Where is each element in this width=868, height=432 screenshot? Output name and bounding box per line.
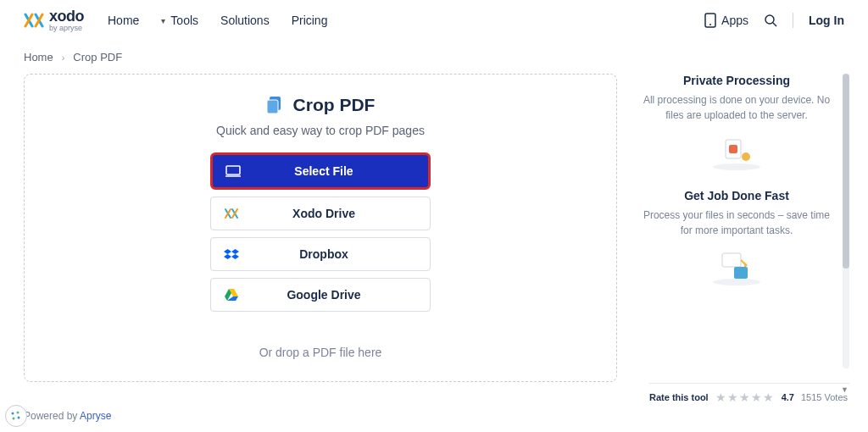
nav-home[interactable]: Home <box>108 14 139 27</box>
svg-point-1 <box>709 24 711 25</box>
svg-point-18 <box>18 417 20 419</box>
search-icon[interactable] <box>764 14 777 27</box>
google-drive-button[interactable]: Google Drive <box>210 278 431 312</box>
info-title: Private Processing <box>637 74 836 87</box>
phone-icon <box>704 13 716 28</box>
dropzone[interactable]: Crop PDF Quick and easy way to crop PDF … <box>24 74 617 382</box>
svg-rect-10 <box>729 145 737 153</box>
chevron-down-icon: ▾ <box>161 16 165 25</box>
svg-line-3 <box>773 23 776 26</box>
crop-pdf-icon <box>266 96 285 114</box>
nav-pricing[interactable]: Pricing <box>292 14 328 27</box>
logo-name: xodo <box>49 8 84 24</box>
info-block-privacy: Private Processing All processing is don… <box>637 74 836 170</box>
nav-tools-label: Tools <box>170 14 198 27</box>
svg-point-8 <box>713 163 760 170</box>
nav-solutions[interactable]: Solutions <box>220 14 270 27</box>
top-header: xodo by apryse Home ▾Tools Solutions Pri… <box>0 0 868 41</box>
dropbox-label: Dropbox <box>252 247 430 261</box>
breadcrumb-current: Crop PDF <box>73 51 122 64</box>
select-file-label: Select File <box>253 164 428 178</box>
xodo-logo-icon <box>24 13 44 28</box>
nav-tools[interactable]: ▾Tools <box>161 14 198 27</box>
info-desc: Process your files in seconds – save tim… <box>637 208 836 238</box>
divider <box>793 13 793 28</box>
nav-pricing-label: Pricing <box>292 14 328 27</box>
main-nav: Home ▾Tools Solutions Pricing <box>108 14 327 27</box>
page-subtitle: Quick and easy way to crop PDF pages <box>40 124 601 137</box>
info-desc: All processing is done on your device. N… <box>637 92 836 123</box>
rating-votes: 1515 Votes <box>801 392 848 402</box>
login-link[interactable]: Log In <box>809 14 844 27</box>
info-sidebar: Private Processing All processing is don… <box>637 74 844 382</box>
apps-link[interactable]: Apps <box>704 13 748 28</box>
xodo-drive-button[interactable]: Xodo Drive <box>210 197 431 230</box>
rating-value: 4.7 <box>782 392 794 402</box>
dropbox-icon <box>211 248 252 260</box>
google-drive-icon <box>211 289 252 301</box>
apps-label: Apps <box>721 14 748 27</box>
xodo-drive-label: Xodo Drive <box>252 207 430 220</box>
svg-rect-14 <box>734 267 748 279</box>
footer: Powered by Apryse <box>24 410 111 422</box>
cookie-settings-button[interactable] <box>5 405 27 427</box>
logo[interactable]: xodo by apryse <box>24 8 84 32</box>
google-drive-label: Google Drive <box>252 288 430 302</box>
svg-rect-5 <box>267 100 278 114</box>
fast-illustration-icon <box>707 248 766 285</box>
svg-point-2 <box>765 15 774 24</box>
svg-point-17 <box>13 418 15 420</box>
footer-brand-link[interactable]: Apryse <box>80 410 111 422</box>
xodo-drive-icon <box>211 208 252 219</box>
info-title: Get Job Done Fast <box>637 189 836 202</box>
login-label: Log In <box>809 14 844 27</box>
svg-point-15 <box>12 413 14 415</box>
info-block-fast: Get Job Done Fast Process your files in … <box>637 189 836 285</box>
breadcrumb: Home › Crop PDF <box>0 41 868 70</box>
footer-powered: Powered by <box>24 410 80 422</box>
svg-point-12 <box>713 279 760 285</box>
logo-sub: by apryse <box>49 25 84 32</box>
breadcrumb-home[interactable]: Home <box>24 51 53 64</box>
svg-point-11 <box>742 152 750 161</box>
page-title: Crop PDF <box>293 95 376 115</box>
rating-bar: Rate this tool ★★★★★ 4.7 1515 Votes <box>649 383 849 404</box>
scrollbar-track[interactable] <box>843 74 849 368</box>
svg-rect-13 <box>722 253 741 267</box>
cookie-icon <box>9 409 23 423</box>
rating-stars[interactable]: ★★★★★ <box>715 390 775 404</box>
svg-point-16 <box>17 412 19 414</box>
scrollbar-thumb[interactable] <box>843 74 849 269</box>
nav-solutions-label: Solutions <box>220 14 270 27</box>
rating-label: Rate this tool <box>649 392 709 402</box>
chevron-right-icon: › <box>62 53 65 63</box>
privacy-illustration-icon <box>707 133 766 170</box>
select-file-button[interactable]: Select File <box>210 152 431 190</box>
svg-rect-6 <box>226 166 240 174</box>
computer-icon <box>213 165 253 177</box>
dropbox-button[interactable]: Dropbox <box>210 237 431 271</box>
drop-hint: Or drop a PDF file here <box>40 346 601 359</box>
nav-home-label: Home <box>108 14 139 27</box>
